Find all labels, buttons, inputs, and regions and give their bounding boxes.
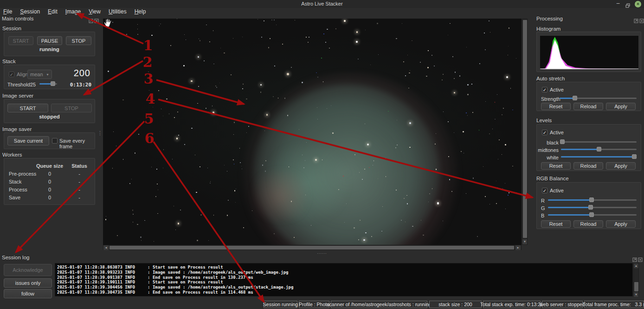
levels-reset-button[interactable]: Reset [541, 162, 571, 170]
issues-only-button[interactable]: issues only [4, 278, 52, 288]
r-slider[interactable] [548, 197, 637, 203]
float-panel-icon[interactable] [634, 17, 638, 21]
image-viewer[interactable] [103, 19, 522, 245]
log-scroll-thumb[interactable] [634, 282, 638, 291]
menu-view[interactable]: View [85, 8, 105, 15]
main-controls-title: Main controls [2, 16, 33, 21]
save-current-button[interactable]: Save current [7, 136, 49, 145]
session-status: running [4, 46, 95, 52]
rgb-active-label: Active [550, 188, 564, 193]
dock-splitter[interactable]: ...... [310, 250, 334, 255]
rgb-groupbox: ✓ Active R G B Reset Reload Apply [536, 182, 641, 229]
b-label: B [541, 213, 544, 218]
worker-row-status: - [66, 187, 92, 192]
align-checkbox[interactable]: ✓ [9, 72, 14, 77]
black-slider[interactable] [561, 139, 637, 145]
scroll-down-icon[interactable]: ▾ [522, 239, 527, 244]
rgb-reset-button[interactable]: Reset [541, 220, 571, 228]
scroll-down-icon[interactable]: ▾ [634, 292, 638, 297]
rgb-reload-button[interactable]: Reload [573, 220, 603, 228]
levels-reload-button[interactable]: Reload [573, 162, 603, 170]
viewer-hscrollbar[interactable]: ◂ ▸ [103, 245, 522, 250]
status-stack-exp-time: Total stack exp. time: 0:13:20 [483, 301, 541, 308]
follow-button[interactable]: follow [4, 289, 52, 298]
menu-utilities[interactable]: Utilities [105, 8, 131, 15]
menu-edit[interactable]: Edit [45, 8, 62, 15]
window-title: Astro Live Stacker [0, 1, 644, 7]
workers-section-label: Workers [2, 152, 22, 158]
vscroll-thumb[interactable] [523, 20, 527, 238]
auto-stretch-reload-button[interactable]: Reload [573, 103, 603, 110]
splitter-handle-icon[interactable]: ⋮ [97, 132, 103, 134]
image-server-section-label: Image server [2, 93, 33, 99]
histogram-section-label: Histogram [536, 26, 560, 32]
close-button[interactable]: × [635, 1, 641, 7]
close-panel-icon[interactable] [638, 256, 643, 260]
menu-image[interactable]: Image [62, 8, 85, 15]
threshold-label: Threshold: [7, 82, 32, 87]
status-session: Session running [264, 301, 297, 308]
b-slider[interactable] [548, 212, 637, 217]
rgb-apply-button[interactable]: Apply [606, 220, 636, 228]
auto-stretch-reset-button[interactable]: Reset [541, 103, 571, 110]
viewer-vscrollbar[interactable]: ▾ [522, 19, 528, 245]
scroll-right-icon[interactable]: ▸ [515, 245, 521, 250]
titlebar: Astro Live Stacker – × [0, 0, 644, 8]
session-start-button[interactable]: START [8, 36, 33, 45]
auto-stretch-active-label: Active [550, 87, 564, 92]
minimize-button[interactable]: – [614, 0, 622, 7]
midtones-slider[interactable] [561, 146, 637, 152]
rgb-section-label: RGB Balance [536, 176, 569, 181]
session-pause-button[interactable]: PAUSE [37, 36, 62, 45]
float-panel-icon[interactable] [89, 17, 93, 21]
levels-active-label: Active [550, 130, 564, 135]
scroll-up-icon[interactable]: ▴ [634, 263, 638, 268]
scroll-left-icon[interactable]: ◂ [103, 245, 109, 250]
server-stop-button[interactable]: STOP [51, 104, 92, 112]
log-line: 2025-01-07 11:28:38.863073 INFO : Start … [57, 265, 632, 270]
strength-slider[interactable] [560, 95, 637, 101]
save-every-frame-checkbox[interactable] [52, 138, 58, 144]
menu-help[interactable]: Help [131, 8, 151, 15]
session-stop-button[interactable]: STOP [66, 36, 91, 45]
acknowledge-button[interactable]: Acknowledge [4, 264, 52, 276]
close-panel-icon[interactable] [639, 17, 644, 21]
status-bar: Session running Profile : Photo scanner … [0, 299, 644, 309]
log-line: 2025-01-07 11:28:39.304456 INFO : Image … [57, 285, 632, 290]
status-profile: Profile : Photo [299, 301, 329, 308]
close-panel-icon[interactable] [94, 17, 99, 21]
hscroll-thumb[interactable] [109, 246, 514, 250]
log-line: 2025-01-07 11:28:39.304735 INFO : End sa… [57, 290, 632, 295]
rgb-active-checkbox[interactable]: ✓ [542, 188, 547, 193]
worker-row-status: - [66, 195, 92, 200]
stack-mode-dropdown[interactable]: mean ▾ [27, 70, 52, 79]
worker-row-queue: 0 [33, 187, 66, 192]
menu-session[interactable]: Session [17, 8, 45, 15]
session-log-view[interactable]: 2025-01-07 11:28:38.863073 INFO : Start … [55, 263, 633, 296]
workers-col-status: Status [66, 163, 92, 169]
server-start-button[interactable]: START [7, 104, 48, 112]
auto-stretch-groupbox: ✓ Active Strength Reset Reload Apply [536, 82, 641, 111]
status-frame-proc-time: Total frame proc. time: 3.3 s [584, 301, 644, 308]
align-label: Align [17, 72, 28, 77]
workers-col-queue: Queue size [33, 163, 66, 169]
auto-stretch-apply-button[interactable]: Apply [606, 103, 636, 110]
levels-apply-button[interactable]: Apply [606, 162, 636, 170]
threshold-slider[interactable] [39, 81, 57, 86]
worker-row-queue: 0 [33, 195, 66, 200]
white-slider[interactable] [561, 154, 637, 159]
auto-stretch-active-checkbox[interactable]: ✓ [542, 87, 547, 92]
status-web-server: web server : stopped [542, 301, 583, 308]
log-vscrollbar[interactable]: ▴ ▾ [633, 263, 639, 296]
log-line: 2025-01-07 11:28:38.993233 INFO : Image … [57, 270, 632, 275]
dropdown-arrow-icon: ▾ [47, 72, 49, 77]
histogram-groupbox [536, 32, 641, 72]
g-slider[interactable] [548, 204, 637, 210]
worker-row-name: Pre-process [9, 171, 36, 177]
menu-file[interactable]: File [0, 8, 17, 15]
float-panel-icon[interactable] [632, 256, 637, 260]
workers-groupbox: Queue size Status Pre-process 0 - Stack … [4, 158, 95, 205]
levels-active-checkbox[interactable]: ✓ [542, 130, 547, 135]
worker-row-name: Stack [9, 179, 22, 184]
worker-row-queue: 0 [33, 171, 66, 177]
